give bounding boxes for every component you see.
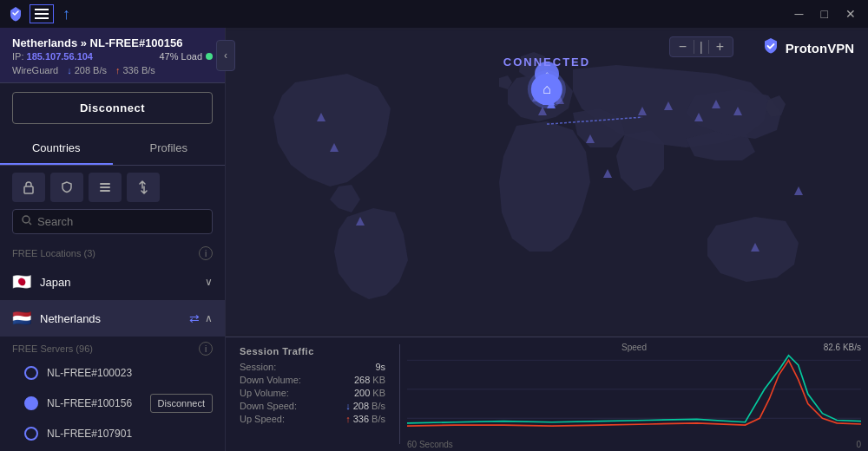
titlebar-left: ↑ [7,4,70,23]
load-info: 47% Load [159,51,213,62]
collapse-button[interactable]: ‹ [216,40,235,71]
up-arrow: ↑ [345,414,351,424]
free-servers-header: FREE Servers (96) i [0,337,225,359]
stats-left: Session Traffic Session: 9s Down Volume:… [226,337,399,451]
sidebar: Netherlands » NL-FREE#100156 IP: 185.107… [0,28,226,451]
disconnect-button[interactable]: Disconnect [12,92,213,124]
connection-server: Netherlands » NL-FREE#100156 [12,36,213,49]
protocol-label: WireGuard [12,65,58,75]
filter-sort-button[interactable] [127,173,160,202]
connection-info: Netherlands » NL-FREE#100156 IP: 185.107… [0,28,225,83]
stat-value: ↑ 336 B/s [345,414,385,424]
free-servers-info-icon[interactable]: i [199,342,213,356]
tabs: Countries Profiles [0,133,225,166]
ip-label: IP: 185.107.56.104 [12,51,93,62]
zoom-in-button[interactable]: + [713,39,727,55]
zoom-controls: − | + [669,36,733,57]
server-status-icon [24,396,38,410]
stat-label: Down Volume: [240,375,301,385]
home-pin-icon: ⌂ [531,74,562,105]
zoom-out-button[interactable]: − [675,39,690,55]
disconnect-section: Disconnect [0,83,225,133]
down-arrow-icon: ↓ [67,65,72,75]
zoom-separator2 [708,40,709,54]
search-bar [12,209,213,234]
japan-name: Japan [40,276,196,289]
tab-countries[interactable]: Countries [0,133,113,165]
svg-rect-3 [100,190,110,192]
down-speed: ↓ 208 B/s [67,65,107,75]
server-entry-107901[interactable]: NL-FREE#107901 [0,420,225,448]
server-status-icon [24,427,38,441]
connected-text: CONNECTED [503,56,590,69]
filter-lock-button[interactable] [12,173,45,202]
load-indicator [206,53,213,60]
server-name: NL-FREE#100156 [47,397,141,409]
country-item-japan[interactable]: 🇯🇵 Japan ∨ [0,264,225,300]
close-button[interactable]: ✕ [840,5,861,23]
up-arrow-icon: ↑ [115,65,121,75]
info-icon[interactable]: i [199,246,213,260]
server-name: NL-FREE#107901 [47,428,213,440]
chart-x-right-label: 0 [856,440,861,449]
svg-line-5 [30,223,32,226]
server-list: FREE Locations (3) i 🇯🇵 Japan ∨ 🇳🇱 Nethe… [0,241,225,451]
server-name: NL-FREE#100023 [47,367,213,379]
filter-shield-button[interactable] [50,173,83,202]
stat-value: 268 KB [354,375,385,385]
stat-down-speed: Down Speed: ↓ 208 B/s [240,401,385,411]
ip-address: 185.107.56.104 [27,51,93,62]
window-controls: ─ □ ✕ [790,5,861,23]
server-entry-100156[interactable]: NL-FREE#100156 Disconnect [0,387,225,420]
proton-shield-icon [761,36,780,60]
titlebar: ↑ ─ □ ✕ [0,0,868,28]
stat-value: ↓ 208 B/s [345,401,385,411]
stat-up-vol: Up Volume: 200 KB [240,388,385,398]
stat-label: Down Speed: [240,401,297,411]
stat-down-vol: Down Volume: 268 KB [240,375,385,385]
protocol-row: WireGuard ↓ 208 B/s ↑ 336 B/s [12,65,213,75]
svg-rect-0 [24,186,33,193]
svg-rect-1 [100,183,110,185]
chart-max-label: 82.6 KB/s [824,343,861,352]
proton-logo-icon [7,5,24,23]
speed-chart [407,341,861,448]
server-status-icon [24,366,38,380]
stat-session: Session: 9s [240,362,385,372]
stat-value: 9s [375,362,385,372]
speed-header: Speed [621,343,647,352]
main-layout: Netherlands » NL-FREE#100156 IP: 185.107… [0,28,868,451]
netherlands-actions: ⇄ ∧ [189,311,213,325]
stat-label: Session: [240,362,276,372]
tab-profiles[interactable]: Profiles [113,133,226,165]
stats-chart: Speed 82.6 KB/s 60 Seconds 0 [400,337,868,451]
search-input[interactable] [37,215,203,228]
country-item-netherlands[interactable]: 🇳🇱 Netherlands ⇄ ∧ [0,300,225,337]
minimize-button[interactable]: ─ [790,5,809,23]
stat-up-speed: Up Speed: ↑ 336 B/s [240,414,385,424]
collapse-icon: ∧ [205,312,213,324]
search-icon [22,215,32,228]
stat-value: 200 KB [354,388,385,398]
server-entry-100023[interactable]: NL-FREE#100023 [0,359,225,387]
proton-logo: ProtonVPN [761,36,854,60]
filter-icons [0,173,225,209]
load-text: 47% Load [159,51,202,62]
expand-icon: ∨ [205,276,213,288]
down-arrow: ↓ [345,401,351,411]
up-speed: ↑ 336 B/s [115,65,155,75]
chart-x-left-label: 60 Seconds [407,440,453,449]
stat-label: Up Volume: [240,388,289,398]
hamburger-button[interactable] [30,4,54,23]
server-disconnect-button[interactable]: Disconnect [150,394,213,413]
japan-flag: 🇯🇵 [12,272,31,291]
maximize-button[interactable]: □ [816,5,833,23]
svg-point-4 [23,216,30,223]
svg-rect-2 [100,186,110,188]
arrow-indicator: ↑ [62,5,70,23]
filter-list-button[interactable] [89,173,122,202]
stats-title: Session Traffic [240,346,385,356]
reconnect-icon: ⇄ [189,311,200,325]
logo-text: ProtonVPN [786,41,854,56]
stat-label: Up Speed: [240,414,285,424]
